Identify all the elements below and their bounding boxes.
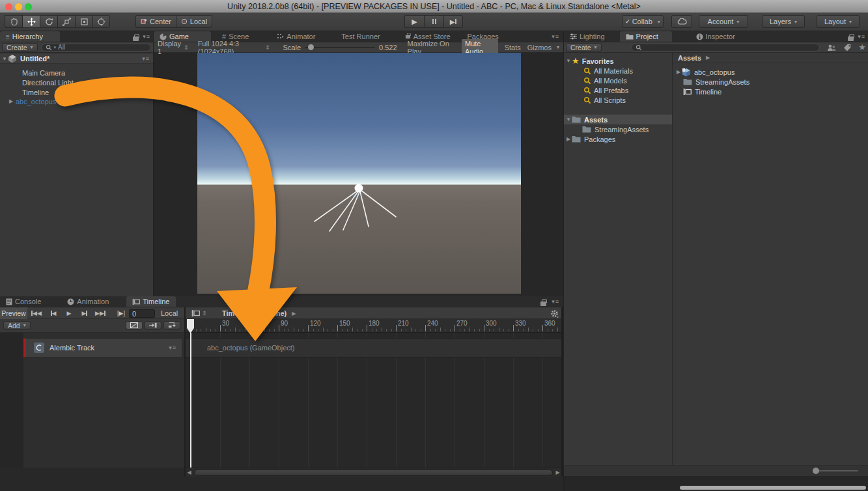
tab-animation[interactable]: Animation — [61, 296, 115, 307]
layers-label: Layers — [770, 18, 791, 25]
panel-menu-icon[interactable]: ▾≡ — [552, 33, 559, 40]
favorite-all-prefabs[interactable]: All Prefabs — [564, 85, 672, 95]
hierarchy-item-main-camera[interactable]: Main Camera — [0, 68, 153, 77]
cloud-button[interactable] — [671, 15, 692, 28]
scale-slider-knob[interactable] — [308, 44, 314, 50]
layers-dropdown[interactable]: Layers ▾ — [762, 15, 805, 28]
timeline-settings-gear-icon[interactable] — [550, 309, 559, 318]
asset-timeline[interactable]: Timeline — [673, 87, 868, 96]
previous-frame-button[interactable]: ◀ — [46, 307, 61, 319]
layout-dropdown[interactable]: Layout ▾ — [817, 15, 860, 28]
close-window-button[interactable] — [5, 3, 12, 10]
game-viewport[interactable] — [197, 53, 521, 294]
track-content-area[interactable]: abc_octopus (GameObject) — [186, 333, 561, 468]
tab-animator[interactable]: Animator — [272, 31, 321, 42]
play-preview-button[interactable]: ▶ — [61, 307, 77, 319]
go-to-start-button[interactable]: ◀◀ — [29, 307, 44, 319]
display-dropdown[interactable]: Display 1 ⇕ — [158, 40, 189, 55]
folder-packages[interactable]: ▶ Packages — [564, 134, 672, 144]
play-button[interactable]: ▶ — [404, 15, 424, 28]
tab-inspector[interactable]: Inspector — [690, 31, 741, 42]
panel-menu-icon[interactable]: ▾≡ — [858, 33, 865, 40]
scale-slider[interactable]: Scale 0.522 — [283, 44, 397, 51]
scroll-left-arrow-icon[interactable]: ◀ — [186, 470, 193, 475]
track-menu-icon[interactable]: ▾≡ — [169, 344, 176, 351]
item-label: Timeline — [22, 89, 49, 96]
clip-view-dropdown[interactable]: ⇕ — [191, 309, 207, 318]
favorites-root[interactable]: ▼ ★ Favorites — [564, 56, 672, 66]
tab-hierarchy[interactable]: ≡ Hierarchy — [0, 31, 60, 42]
minimize-window-button[interactable] — [15, 3, 22, 10]
favorite-all-materials[interactable]: All Materials — [564, 66, 672, 76]
tab-project[interactable]: Project — [620, 31, 672, 42]
scene-row[interactable]: ▼ Untitled* ▾≡ — [0, 54, 153, 64]
timeline-hscrollbar[interactable]: ◀ ▶ — [186, 468, 561, 477]
pivot-toggle-button[interactable]: Center — [135, 15, 176, 28]
scale-tool-button[interactable] — [57, 15, 75, 28]
rotation-toggle-button[interactable]: Local — [176, 15, 212, 28]
timeline-ruler[interactable]: 306090120150180210240270300330360 — [186, 319, 561, 333]
lock-icon[interactable] — [848, 35, 854, 42]
asset-abc-octopus[interactable]: ▶ abc_octopus — [673, 67, 868, 77]
favorite-all-models[interactable]: All Models — [564, 76, 672, 85]
alembic-track-header[interactable]: Alembic Track ▾≡ — [23, 338, 182, 358]
add-track-button[interactable]: Add ▾ — [3, 321, 31, 330]
timeline-asset-breadcrumb[interactable]: Timeline (Timeline) ▶ — [222, 307, 297, 319]
hierarchy-item-directional-light[interactable]: Directional Light — [0, 77, 153, 87]
stats-button[interactable]: Stats — [505, 44, 521, 51]
hand-tool-button[interactable] — [5, 15, 22, 28]
tab-label: Project — [636, 33, 658, 40]
favorite-all-scripts[interactable]: All Scripts — [564, 95, 672, 105]
tab-console[interactable]: Console — [0, 296, 47, 307]
account-dropdown[interactable]: Account ▾ — [699, 15, 748, 28]
lock-icon[interactable] — [133, 35, 139, 42]
icon-size-slider-knob[interactable] — [813, 468, 819, 474]
collab-button[interactable]: ✓ Collab ▾ — [622, 15, 664, 28]
hierarchy-item-timeline[interactable]: Timeline — [0, 87, 153, 97]
hierarchy-create-button[interactable]: Create ▾ — [2, 43, 38, 51]
project-search-input[interactable] — [631, 44, 820, 51]
breadcrumb[interactable]: Assets ▶ — [673, 53, 868, 63]
transform-tool-button[interactable] — [92, 15, 110, 28]
go-to-end-button[interactable]: ▶▶ — [92, 307, 108, 319]
project-assets-column: Assets ▶ ▶ abc_octopus StreamingAssets T… — [673, 53, 868, 465]
search-by-label-icon[interactable] — [843, 44, 852, 51]
search-by-type-icon[interactable] — [827, 44, 836, 51]
icon-size-slider[interactable] — [817, 470, 858, 471]
folder-assets[interactable]: ▼ Assets — [564, 115, 672, 124]
next-frame-button[interactable]: ▶ — [77, 307, 92, 319]
timeline-mode-dropdown[interactable]: Local — [161, 307, 178, 319]
ripple-mode-button[interactable] — [145, 321, 161, 330]
mix-mode-button[interactable] — [126, 321, 143, 330]
zoom-window-button[interactable] — [25, 3, 32, 10]
preview-toggle-button[interactable]: Preview — [0, 307, 27, 319]
asset-label: abc_octopus — [694, 68, 735, 76]
chevron-down-icon: ▾ — [658, 19, 660, 25]
replace-mode-button[interactable] — [163, 321, 180, 330]
folder-streamingassets[interactable]: StreamingAssets — [564, 124, 672, 134]
tab-lighting[interactable]: Lighting — [564, 31, 611, 42]
tab-test-runner[interactable]: Test Runner — [335, 31, 385, 42]
frame-field[interactable]: 0 — [129, 309, 155, 318]
rect-tool-button[interactable] — [75, 15, 92, 28]
scene-menu-icon[interactable]: ▾≡ — [142, 55, 150, 62]
pause-button[interactable] — [424, 15, 443, 28]
move-tool-button[interactable] — [22, 15, 40, 28]
hierarchy-search-input[interactable]: ▾ All — [41, 44, 151, 51]
scroll-right-arrow-icon[interactable]: ▶ — [554, 470, 561, 475]
gizmos-dropdown[interactable]: Gizmos ▾ — [527, 44, 559, 51]
step-button[interactable]: ▶ — [443, 15, 463, 28]
lock-icon[interactable] — [540, 300, 546, 307]
hierarchy-item-abc-octopus[interactable]: ▶ abc_octopus — [0, 96, 153, 106]
horizontal-scrollbar[interactable] — [680, 486, 866, 490]
asset-streamingassets[interactable]: StreamingAssets — [673, 77, 868, 87]
play-range-button[interactable]: [▶] — [113, 307, 129, 319]
alembic-track-lane[interactable]: abc_octopus (GameObject) — [186, 338, 561, 358]
panel-menu-icon[interactable]: ▾≡ — [552, 298, 559, 305]
rotate-tool-button[interactable] — [40, 15, 57, 28]
tab-timeline[interactable]: Timeline — [126, 296, 176, 307]
favorites-star-icon[interactable]: ★ — [858, 42, 866, 52]
panel-menu-icon[interactable]: ▾≡ — [143, 33, 150, 40]
project-create-button[interactable]: Create ▾ — [566, 43, 602, 51]
scrollbar-thumb[interactable] — [194, 470, 553, 476]
